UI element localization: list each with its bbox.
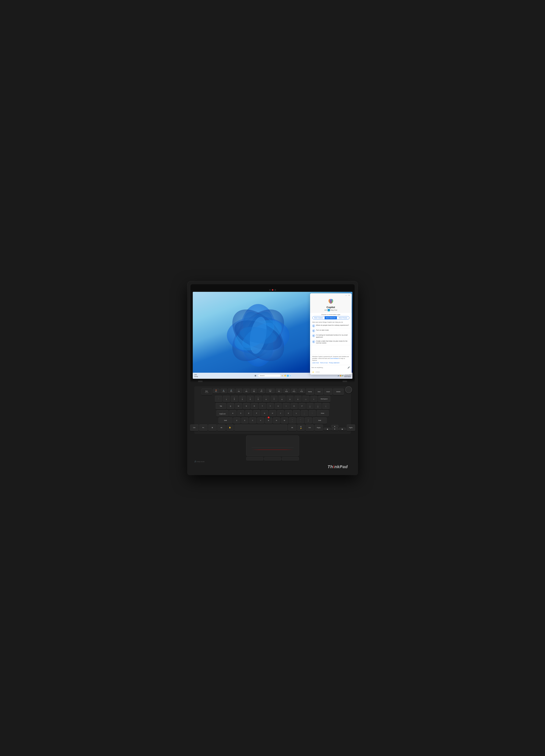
taskbar-app-1[interactable]: 🌤️ xyxy=(282,375,284,377)
key-y[interactable]: Y xyxy=(267,403,274,409)
key-home[interactable]: Home xyxy=(306,389,314,395)
copilot-close-btn[interactable]: ✕ xyxy=(348,294,350,296)
chat-input[interactable] xyxy=(312,367,346,368)
key-arrow-down[interactable]: ▼ xyxy=(331,428,339,431)
key-f9[interactable]: ⎙ F9 xyxy=(276,389,283,393)
key-i[interactable]: I xyxy=(283,403,290,409)
touchpad-btn-right[interactable] xyxy=(282,457,299,460)
touchpad-btn-middle[interactable] xyxy=(264,457,281,460)
key-t[interactable]: T xyxy=(259,403,266,409)
taskbar-app-3[interactable]: 🌐 xyxy=(287,375,289,377)
key-f1[interactable]: 🔕 F1 xyxy=(213,389,219,393)
key-end[interactable]: End xyxy=(315,389,323,395)
key-f10[interactable]: ☰ F10 xyxy=(283,389,290,393)
key-fn[interactable]: Fn xyxy=(199,424,207,431)
key-shift-left[interactable]: Shift xyxy=(218,417,232,424)
learn-more-link[interactable]: Learn more xyxy=(312,362,319,364)
key-e[interactable]: E xyxy=(243,403,250,409)
new-chat-icon[interactable]: ✨ xyxy=(312,371,315,374)
key-7[interactable]: &7 xyxy=(270,396,278,402)
terms-link[interactable]: Terms of use xyxy=(320,362,328,364)
key-q[interactable]: Q xyxy=(227,403,234,409)
key-u[interactable]: U xyxy=(275,403,282,409)
mic-icon[interactable]: 🎤 xyxy=(347,366,350,369)
windows-start-btn[interactable]: ⊞ xyxy=(253,374,257,378)
taskbar-app-2[interactable]: 🗂️ xyxy=(284,375,286,377)
key-m[interactable]: M xyxy=(281,417,288,424)
key-9[interactable]: (9 xyxy=(287,396,294,402)
touchpad-btn-left[interactable] xyxy=(246,457,263,460)
privacy-link[interactable]: Privacy statement xyxy=(329,362,339,364)
key-alt-left[interactable]: Alt xyxy=(217,424,226,431)
key-1[interactable]: !1 xyxy=(223,396,230,402)
key-minus[interactable]: _— xyxy=(302,396,310,402)
key-x[interactable]: X xyxy=(241,417,248,424)
key-k[interactable]: K xyxy=(285,410,292,417)
key-backtick[interactable]: ~` xyxy=(215,396,222,402)
key-0[interactable]: )0 xyxy=(295,396,302,402)
key-v[interactable]: V xyxy=(257,417,264,424)
key-g[interactable]: G xyxy=(261,410,268,417)
key-f12[interactable]: ⚙ F12 xyxy=(298,389,305,393)
key-win[interactable]: ⊞ xyxy=(208,424,216,431)
trackpoint[interactable] xyxy=(268,417,269,418)
key-z[interactable]: Z xyxy=(233,417,240,424)
key-f[interactable]: F xyxy=(253,410,260,417)
key-arrow-up[interactable]: ▲ xyxy=(331,425,339,428)
key-2[interactable]: @2 xyxy=(231,396,238,402)
footer-feedback-link[interactable]: send feedback xyxy=(330,358,339,359)
key-f7[interactable]: 🖥 F7 xyxy=(258,389,265,393)
key-f3[interactable]: 🔊 F3 xyxy=(228,389,235,393)
key-backspace[interactable]: Backspace xyxy=(318,396,330,402)
style-balanced-btn[interactable]: More Balanced xyxy=(325,316,337,319)
style-creative-btn[interactable]: Most Creative xyxy=(313,316,325,319)
suggestion-item-1[interactable]: Where do people travel for culinary expe… xyxy=(310,323,352,328)
key-equals[interactable]: += xyxy=(310,396,318,402)
key-r[interactable]: R xyxy=(251,403,258,409)
key-mode[interactable]: Mode F8 xyxy=(266,389,275,393)
key-quote[interactable]: "' xyxy=(309,410,316,417)
suggestion-item-3[interactable]: I'm looking for handmade furniture for m… xyxy=(310,333,352,339)
key-f11[interactable]: ★ F11 xyxy=(291,389,298,393)
key-delete[interactable]: Delete xyxy=(333,389,344,395)
taskbar-search[interactable]: Search xyxy=(258,374,281,377)
key-comma[interactable]: <, xyxy=(289,417,296,424)
key-h[interactable]: H xyxy=(269,410,276,417)
key-p[interactable]: P xyxy=(299,403,306,409)
key-o[interactable]: O xyxy=(291,403,298,409)
key-l[interactable]: L xyxy=(293,410,300,417)
key-ctrl-left[interactable]: Ctrl xyxy=(190,424,198,431)
key-w[interactable]: W xyxy=(235,403,242,409)
key-tab[interactable]: Tab xyxy=(216,403,226,409)
copilot-minimize-btn[interactable]: — xyxy=(345,294,347,296)
taskbar-app-4[interactable]: 📧 xyxy=(290,375,292,377)
key-6[interactable]: ^6 xyxy=(262,396,270,402)
key-ctrl-right[interactable]: Ctrl xyxy=(306,424,314,431)
key-f6[interactable]: ☀☀ F6 xyxy=(250,389,257,393)
key-shift-right[interactable]: Shift xyxy=(313,417,327,424)
key-esc[interactable]: Esc FnLock xyxy=(201,389,212,395)
key-8[interactable]: *8 xyxy=(279,396,286,402)
key-special[interactable]: ☰ 🔑 xyxy=(297,424,305,431)
key-b[interactable]: B xyxy=(265,417,272,424)
key-4[interactable]: $4 xyxy=(247,396,254,402)
key-enter[interactable]: Enter xyxy=(317,410,329,417)
key-n[interactable]: N xyxy=(273,417,280,424)
key-pgdn[interactable]: PgDn xyxy=(347,424,355,431)
key-backslash[interactable]: |\ xyxy=(322,403,330,409)
style-precise-btn[interactable]: More Precise xyxy=(337,316,349,319)
touchpad[interactable] xyxy=(246,435,299,456)
key-j[interactable]: J xyxy=(277,410,284,417)
key-arrow-right[interactable]: ▶ xyxy=(339,428,346,431)
key-insert[interactable]: Insert xyxy=(324,389,333,395)
key-gesture[interactable]: ✋ xyxy=(226,424,233,431)
key-alt-right[interactable]: Alt xyxy=(288,424,297,431)
key-space[interactable] xyxy=(234,424,288,431)
key-slash[interactable]: ?/ xyxy=(305,417,312,424)
key-s[interactable]: S xyxy=(237,410,244,417)
key-c[interactable]: C xyxy=(249,417,256,424)
key-a[interactable]: A xyxy=(229,410,236,417)
key-f4[interactable]: ✕ F4 xyxy=(235,389,242,393)
key-lbracket[interactable]: {[ xyxy=(307,403,314,409)
power-button[interactable] xyxy=(345,386,352,393)
